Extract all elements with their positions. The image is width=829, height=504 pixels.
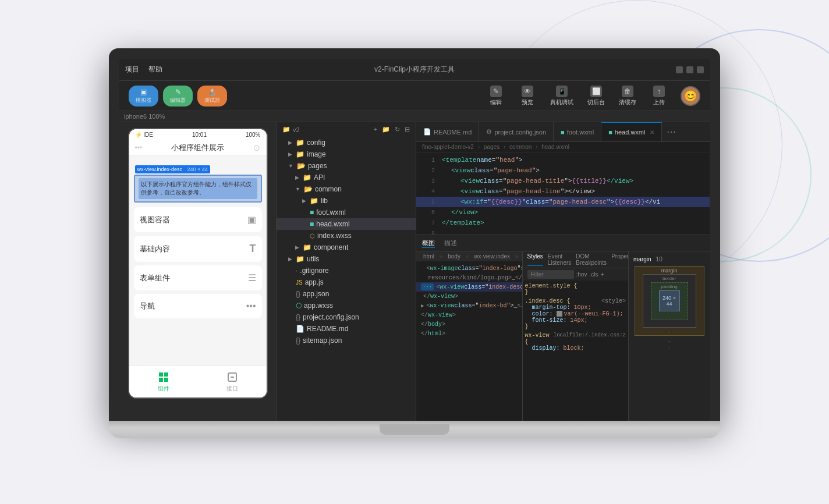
html-line-3: </wx-view>: [416, 292, 522, 301]
editor-area: 📄 README.md ⚙ project.config.json ■ foot…: [416, 122, 710, 421]
styles-filter-input[interactable]: [527, 270, 574, 279]
minimize-btn[interactable]: [676, 66, 683, 73]
phone-content: wx-view.index-desc 240 × 44 以下展示小程序官方组件能…: [129, 156, 267, 365]
toolbar-action-preview[interactable]: 👁 预览: [513, 83, 542, 109]
tree-item-component[interactable]: ▶📁 component: [277, 242, 416, 253]
toolbar-action-edit[interactable]: ✎ 编辑: [481, 83, 511, 109]
element-path-tabs: html › body › wx-view.index › wx-view.in…: [416, 251, 522, 261]
phone-status-bar: ⚡ IDE 10:01 100%: [129, 129, 267, 140]
styles-panel: Styles Event Listeners DOM Breakpoints P…: [522, 251, 629, 421]
style-rule-element: element.style { }: [525, 283, 626, 296]
box-margin-val: -: [668, 338, 670, 343]
phone-carrier: ⚡ IDE: [135, 132, 153, 138]
window-controls: [676, 66, 704, 73]
code-editor[interactable]: 1 <template name="head"> 2 <view class="…: [416, 152, 710, 235]
tree-item-head-wxml[interactable]: ▶■ head.wxml: [277, 218, 416, 230]
laptop-bezel: 项目 帮助 v2-FinClip小程序开发工具 ▣ 模拟器: [109, 48, 720, 421]
tree-item-lib[interactable]: ▶📁 lib: [277, 195, 416, 207]
style-rule-index-desc: .index-desc { <style> margin-top: 10px; …: [525, 298, 626, 330]
toolbar-action-upload[interactable]: ↑ 上传: [644, 83, 674, 109]
laptop-screen: 项目 帮助 v2-FinClip小程序开发工具 ▣ 模拟器: [119, 59, 710, 421]
device-label: iphone6 100%: [119, 111, 710, 122]
svg-rect-0: [159, 372, 163, 377]
box-diagram: margin border padding: [635, 266, 704, 336]
toolbar-btn-editor[interactable]: ✎ 编辑器: [163, 86, 193, 107]
devtools-html: ▶ <wx-image class="index-logo" src="../r…: [416, 261, 522, 421]
phone-highlight-box: wx-view.index-desc 240 × 44 以下展示小程序官方组件能…: [134, 175, 262, 203]
new-file-btn[interactable]: +: [374, 126, 377, 133]
maximize-btn[interactable]: [686, 66, 693, 73]
styles-tabs: Styles Event Listeners DOM Breakpoints P…: [523, 251, 629, 268]
styles-tab-styles[interactable]: Styles: [527, 253, 543, 266]
styles-filter: :hov .cls +: [523, 268, 629, 281]
toolbar-action-device-debug[interactable]: 📱 真机调试: [544, 83, 579, 109]
svg-rect-2: [159, 378, 163, 382]
tree-item-image[interactable]: ▶📁 image: [277, 148, 416, 160]
code-line-1: 1 <template name="head">: [416, 155, 710, 165]
tree-item-index-wxss[interactable]: ▶⬡ index.wxss: [277, 230, 416, 242]
tree-item-app-json[interactable]: ▶{} app.json: [277, 288, 416, 300]
tree-item-readme[interactable]: ▶📄 README.md: [277, 323, 416, 335]
devtools-tab-diagram[interactable]: 概图: [422, 239, 435, 248]
html-line-7: </html>: [416, 329, 522, 338]
menu-item-project[interactable]: 项目: [125, 65, 139, 74]
elem-tab-wx-view-index[interactable]: wx-view.index: [470, 253, 513, 260]
styles-tab-properties[interactable]: Properties: [611, 253, 628, 266]
tree-item-config[interactable]: ▶📁 config: [277, 137, 416, 148]
box-content-layer: 240 × 44: [659, 290, 680, 311]
tree-item-pages[interactable]: ▼📂 pages: [277, 160, 416, 172]
phone-list-item-4[interactable]: 导航 •••: [134, 294, 262, 318]
styles-tab-dom-breakpoints[interactable]: DOM Breakpoints: [576, 253, 607, 266]
html-line-1: ▶ <wx-image class="index-logo" src="../r…: [416, 264, 522, 273]
tree-item-app-js[interactable]: ▶JS app.js: [277, 276, 416, 288]
toolbar-btn-tester[interactable]: 🔬 测试器: [197, 86, 227, 107]
code-lines: 1 <template name="head"> 2 <view class="…: [416, 152, 710, 235]
refresh-btn[interactable]: ↻: [395, 126, 400, 133]
phone-panel: ⚡ IDE 10:01 100% ••• 小程序组件展示 ⊙: [119, 122, 277, 421]
tree-item-api[interactable]: ▶📁 API: [277, 172, 416, 183]
phone-nav-components[interactable]: 组件: [157, 371, 170, 393]
tree-item-foot-wxml[interactable]: ▶■ foot.wxml: [277, 207, 416, 218]
editor-breadcrumb: fino-applet-demo-v2 › pages › common › h…: [416, 142, 710, 152]
html-line-5: </wx-view>: [416, 310, 522, 320]
tree-item-project-config[interactable]: ▶{} project.config.json: [277, 311, 416, 323]
toolbar-action-background[interactable]: ⬜ 切后台: [582, 83, 611, 109]
box-model-tab-margin[interactable]: margin: [633, 256, 651, 262]
phone-list-item-3[interactable]: 表单组件 ☰: [134, 265, 262, 290]
svg-rect-1: [164, 372, 168, 377]
styles-tab-event-listeners[interactable]: Event Listeners: [548, 253, 572, 266]
devtools-tab-description[interactable]: 描述: [444, 239, 457, 247]
phone-nav-api[interactable]: 接口: [226, 371, 239, 393]
menu-item-help[interactable]: 帮助: [148, 65, 162, 74]
devtools-tabs-bar: 概图 描述: [416, 235, 710, 251]
box-model-header: margin 10: [633, 256, 663, 262]
ide-titlebar: 项目 帮助 v2-FinClip小程序开发工具: [119, 59, 710, 81]
elem-tab-body[interactable]: body: [444, 253, 464, 260]
code-line-8: 8: [416, 228, 710, 235]
tab-foot-wxml[interactable]: ■ foot.wxml: [554, 122, 601, 141]
tab-readme[interactable]: 📄 README.md: [416, 122, 479, 141]
toolbar-action-clear-cache[interactable]: 🗑 清缓存: [613, 83, 642, 109]
filter-cls-btn[interactable]: .cls: [589, 271, 598, 278]
tree-item-sitemap[interactable]: ▶{} sitemap.json: [277, 335, 416, 346]
ide-main: ⚡ IDE 10:01 100% ••• 小程序组件展示 ⊙: [119, 122, 710, 421]
html-line-1b: resources/kind/logo.png>_</wx-image>: [416, 273, 522, 282]
tree-item-gitignore[interactable]: ▶· .gitignore: [277, 265, 416, 276]
more-tabs-btn[interactable]: ⋯: [662, 126, 681, 137]
filter-hov-btn[interactable]: :hov: [576, 271, 587, 278]
close-btn[interactable]: [697, 66, 704, 73]
phone-list-item-1[interactable]: 视图容器 ▣: [134, 207, 262, 232]
filter-plus-btn[interactable]: +: [600, 271, 604, 278]
collapse-btn[interactable]: ⊟: [405, 126, 410, 133]
user-avatar[interactable]: 😊: [681, 86, 700, 106]
elem-tab-html[interactable]: html: [420, 253, 438, 260]
tab-project-config[interactable]: ⚙ project.config.json: [479, 122, 554, 141]
tab-head-wxml[interactable]: ■ head.wxml ✕: [601, 122, 662, 141]
toolbar-btn-simulator[interactable]: ▣ 模拟器: [129, 86, 158, 107]
tree-item-utils[interactable]: ▶📁 utils: [277, 253, 416, 265]
tree-item-common[interactable]: ▼📂 common: [277, 183, 416, 195]
new-folder-btn[interactable]: 📁: [382, 126, 390, 133]
phone-list-item-2[interactable]: 基础内容 T: [134, 236, 262, 262]
phone-title-bar: ••• 小程序组件展示 ⊙: [129, 140, 267, 156]
tree-item-app-wxss[interactable]: ▶⬡ app.wxss: [277, 300, 416, 311]
